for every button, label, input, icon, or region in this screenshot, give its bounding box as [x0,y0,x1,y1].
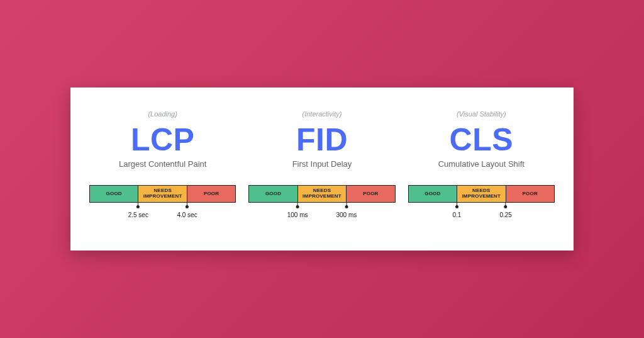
threshold-tick-1: 100 ms [287,203,308,218]
metric-cls: (Visual Stability) CLS Cumulative Layout… [408,110,555,220]
threshold-label: 100 ms [287,211,308,218]
threshold-label: 4.0 sec [177,211,197,218]
threshold-ticks: 2.5 sec 4.0 sec [89,203,236,220]
segment-poor: POOR [346,186,394,202]
segment-good: GOOD [409,186,457,202]
threshold-tick-2: 0.25 [499,203,511,218]
threshold-tick-1: 2.5 sec [128,203,148,218]
segment-poor: POOR [187,186,235,202]
metric-category: (Loading) [148,110,177,118]
threshold-label: 300 ms [336,211,357,218]
threshold-segments: GOOD NEEDS IMPROVEMENT POOR [408,185,555,203]
metric-fid: (Interactivity) FID First Input Delay GO… [248,110,395,220]
metric-fullname: Largest Contentful Paint [119,159,206,169]
metric-lcp: (Loading) LCP Largest Contentful Paint G… [89,110,236,220]
threshold-segments: GOOD NEEDS IMPROVEMENT POOR [89,185,236,203]
threshold-bar: GOOD NEEDS IMPROVEMENT POOR 0.1 0.25 [408,185,555,220]
threshold-segments: GOOD NEEDS IMPROVEMENT POOR [248,185,395,203]
threshold-tick-2: 4.0 sec [177,203,197,218]
metric-abbr: FID [296,124,348,155]
metric-abbr: CLS [450,124,514,155]
threshold-bar: GOOD NEEDS IMPROVEMENT POOR 2.5 sec 4.0 … [89,185,236,220]
metric-abbr: LCP [131,124,195,155]
metric-category: (Visual Stability) [457,110,506,118]
segment-needs: NEEDS IMPROVEMENT [138,186,186,202]
metric-fullname: Cumulative Layout Shift [438,159,525,169]
threshold-label: 2.5 sec [128,211,148,218]
metrics-card: (Loading) LCP Largest Contentful Paint G… [70,87,574,251]
threshold-label: 0.25 [499,211,511,218]
metric-category: (Interactivity) [303,110,342,118]
threshold-ticks: 100 ms 300 ms [248,203,395,220]
segment-good: GOOD [90,186,138,202]
threshold-bar: GOOD NEEDS IMPROVEMENT POOR 100 ms 300 m… [248,185,395,220]
segment-good: GOOD [249,186,297,202]
segment-poor: POOR [506,186,554,202]
segment-needs: NEEDS IMPROVEMENT [297,186,346,202]
threshold-tick-1: 0.1 [452,203,461,218]
threshold-label: 0.1 [452,211,461,218]
threshold-ticks: 0.1 0.25 [408,203,555,220]
metric-fullname: First Input Delay [292,159,352,169]
segment-needs: NEEDS IMPROVEMENT [457,186,505,202]
threshold-tick-2: 300 ms [336,203,357,218]
